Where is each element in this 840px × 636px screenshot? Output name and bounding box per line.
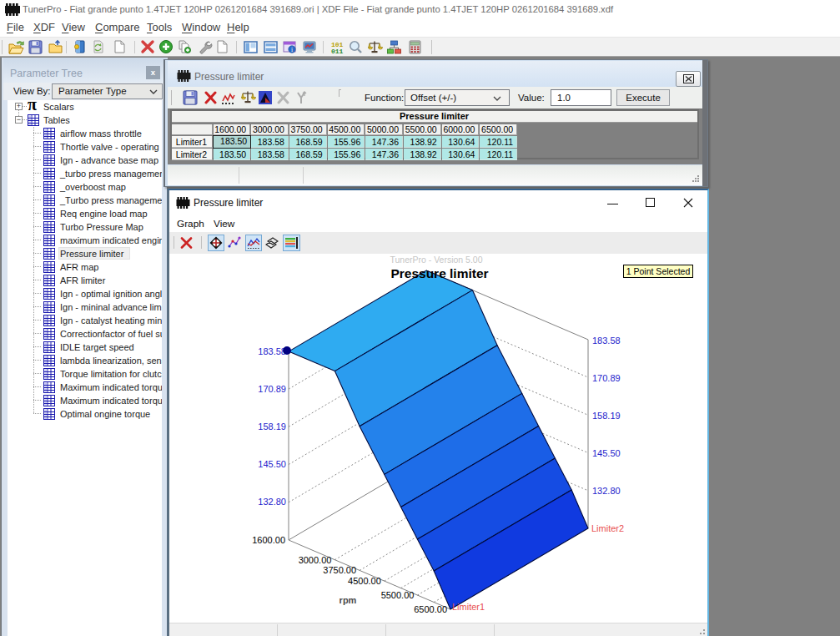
svg-text:1600.00: 1600.00 bbox=[252, 535, 285, 545]
svg-text:5500.00: 5500.00 bbox=[381, 590, 415, 600]
svg-text:158.19: 158.19 bbox=[258, 421, 286, 432]
svg-text:1 Point Selected: 1 Point Selected bbox=[626, 266, 691, 276]
svg-text:3000.00: 3000.00 bbox=[299, 555, 332, 565]
svg-text:170.89: 170.89 bbox=[258, 384, 286, 394]
svg-text:158.19: 158.19 bbox=[592, 411, 621, 421]
svg-text:i: i bbox=[291, 46, 293, 53]
svg-text:rpm: rpm bbox=[340, 595, 357, 605]
svg-text:145.50: 145.50 bbox=[258, 459, 286, 469]
svg-text:183.58: 183.58 bbox=[592, 336, 621, 346]
svg-text:Limiter1: Limiter1 bbox=[452, 602, 485, 612]
svg-text:170.89: 170.89 bbox=[592, 373, 621, 383]
svg-text:3750.00: 3750.00 bbox=[323, 565, 356, 575]
svg-text:011: 011 bbox=[331, 48, 344, 55]
svg-text:4500.00: 4500.00 bbox=[348, 576, 381, 586]
svg-text:Pressure limiter: Pressure limiter bbox=[390, 266, 488, 280]
svg-text:TunerPro - Version 5.00: TunerPro - Version 5.00 bbox=[390, 255, 482, 265]
svg-text:6500.00: 6500.00 bbox=[414, 604, 447, 614]
svg-text:145.50: 145.50 bbox=[592, 448, 621, 458]
svg-text:132.80: 132.80 bbox=[258, 497, 286, 507]
svg-text:183.58: 183.58 bbox=[258, 346, 286, 356]
svg-text:Limiter2: Limiter2 bbox=[591, 523, 624, 533]
svg-text:132.80: 132.80 bbox=[592, 486, 621, 496]
